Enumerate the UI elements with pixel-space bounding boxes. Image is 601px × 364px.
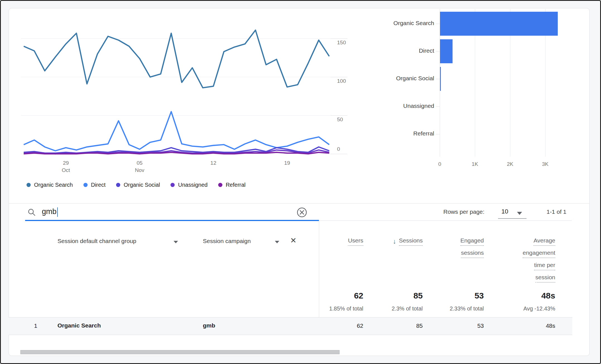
toolbar-border [319, 220, 572, 221]
bar-category-tick [436, 79, 440, 79]
bar-category-label: Referral [350, 130, 434, 137]
legend-item-unassigned: Unassigned [170, 182, 208, 188]
legend-item-referral: Referral [218, 182, 246, 188]
bar-category-tick [436, 51, 440, 52]
close-circle-icon [296, 207, 308, 218]
legend-label: Organic Search [34, 182, 73, 188]
legend-dot-icon [83, 183, 88, 187]
x-axis-label: 29Oct [53, 159, 78, 174]
legend-dot-icon [116, 183, 120, 187]
y-axis-label: 0 [337, 146, 357, 152]
bar-organic-social [440, 67, 441, 91]
legend-item-organic-social: Organic Social [116, 182, 160, 188]
metric-header-line: session [535, 274, 555, 283]
search-icon [27, 208, 36, 217]
legend-item-direct: Direct [83, 182, 105, 188]
bar-organic-search [440, 12, 558, 36]
chevron-down-icon[interactable] [517, 212, 522, 215]
row-index: 1 [34, 322, 37, 329]
bar-x-axis-label: 0 [429, 161, 451, 167]
legend-label: Direct [91, 182, 105, 188]
totals-subtext: Avg -12.43% [523, 305, 555, 312]
row-border [9, 335, 572, 335]
row-metric-value: 85 [416, 322, 423, 329]
column-header-campaign[interactable]: Session campaign [203, 238, 251, 244]
totals-value: 48s [541, 291, 555, 300]
row-channel-group: Organic Search [57, 322, 101, 329]
line-series-direct [24, 111, 329, 151]
search-input[interactable]: gmb [42, 207, 58, 217]
bar-x-axis-label: 3K [534, 161, 556, 167]
text-caret [57, 207, 58, 217]
remove-column-button[interactable]: ✕ [290, 236, 297, 245]
bar-category-label: Organic Search [350, 20, 434, 26]
totals-subtext: 1.85% of total [329, 305, 363, 312]
legend: Organic SearchDirectOrganic SocialUnassi… [27, 182, 246, 188]
metric-header-sessions[interactable]: ↓Sessions [393, 237, 423, 249]
bar-category-tick [436, 24, 440, 24]
metric-header-line: Sessions [399, 237, 423, 246]
horizontal-scrollbar-thumb[interactable] [20, 350, 340, 354]
channel-group-dropdown-icon[interactable] [174, 241, 178, 243]
bar-x-axis-label: 1K [464, 161, 486, 167]
search-focus-underline [25, 220, 319, 221]
legend-label: Unassigned [178, 182, 208, 188]
bar-category-tick [436, 134, 440, 134]
row-metric-value: 48s [546, 322, 555, 329]
bar-category-label: Unassigned [350, 103, 434, 109]
totals-subtext: 2.33% of total [450, 305, 484, 312]
search-input-value: gmb [42, 207, 57, 216]
bar-category-label: Organic Social [350, 75, 434, 82]
legend-label: Organic Social [124, 182, 160, 188]
legend-label: Referral [226, 182, 246, 188]
pagination-range: 1-1 of 1 [525, 208, 566, 215]
totals-subtext: 2.3% of total [392, 305, 423, 312]
column-header-channel-group[interactable]: Session default channel group [57, 238, 136, 244]
metric-header-line: sessions [461, 249, 484, 258]
clear-search-button[interactable] [296, 207, 308, 218]
legend-dot-icon [218, 183, 222, 187]
legend-dot-icon [170, 183, 175, 187]
totals-value: 62 [354, 291, 363, 300]
metric-header-line: Average [533, 237, 555, 246]
line-chart [21, 26, 332, 160]
metric-header-engaged-sessions[interactable]: Engagedsessions [460, 237, 484, 261]
row-metric-value: 53 [477, 322, 484, 329]
legend-item-organic-search: Organic Search [27, 182, 73, 188]
totals-value: 85 [414, 291, 423, 300]
y-axis-tick [331, 38, 347, 39]
row-campaign: gmb [203, 322, 215, 329]
y-axis-label: 50 [337, 117, 357, 123]
x-axis-label: 19 [275, 159, 300, 167]
metric-header-line: Users [348, 237, 363, 246]
bar-direct [440, 39, 453, 63]
y-axis-label: 150 [337, 40, 357, 46]
metric-header-line: engagement [523, 249, 555, 258]
bar-category-tick [436, 106, 440, 107]
y-axis-tick [331, 154, 347, 154]
section-divider [9, 203, 590, 203]
x-axis-label: 12 [201, 159, 226, 167]
y-axis-tick [331, 115, 347, 116]
line-series-organic-search [24, 30, 329, 88]
rows-per-page-underline [498, 218, 527, 219]
bar-category-label: Direct [350, 47, 434, 54]
rows-per-page-label: Rows per page: [443, 208, 484, 215]
row-metric-value: 62 [357, 322, 363, 329]
y-axis-tick [331, 77, 347, 77]
rows-per-page-select[interactable]: 10 [501, 208, 508, 215]
campaign-dropdown-icon[interactable] [275, 241, 279, 243]
metric-header-users[interactable]: Users [348, 237, 363, 249]
metric-header-line: Engaged [460, 237, 484, 246]
sort-arrow-icon: ↓ [393, 238, 396, 245]
totals-value: 53 [475, 291, 484, 300]
legend-dot-icon [27, 183, 31, 187]
x-axis-label: 05Nov [127, 159, 152, 174]
metric-header-average-engagement-time-per-session[interactable]: Averageengagementtime persession [523, 237, 555, 286]
metric-header-line: time per [534, 261, 555, 270]
bar-x-axis-label: 2K [499, 161, 521, 167]
